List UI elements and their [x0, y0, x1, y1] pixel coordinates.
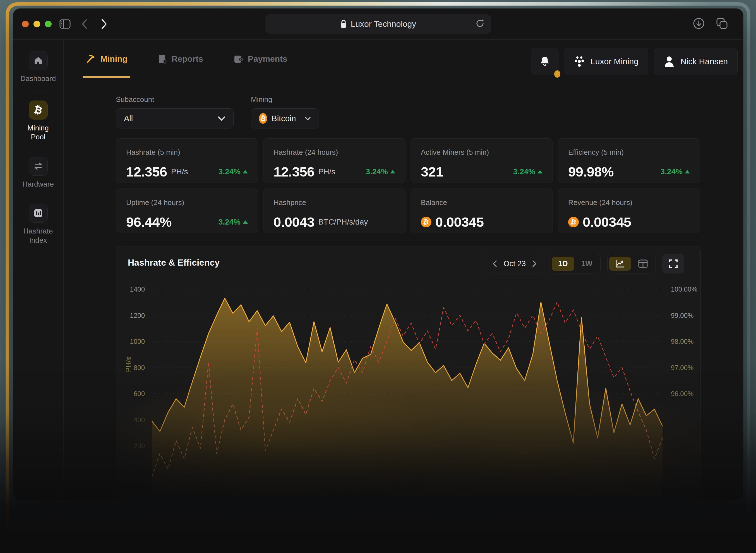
sidebar-item-hardware[interactable]: Hardware	[20, 157, 57, 189]
bitcoin-coin-icon: ₿	[421, 217, 432, 227]
user-menu-button[interactable]: Nick Hansen	[654, 48, 738, 75]
mining-value: Bitcoin	[272, 114, 296, 123]
stat-change: 3.24%	[218, 218, 248, 227]
tab-payments[interactable]: Payments	[234, 40, 287, 78]
stat-change: 3.24%	[366, 167, 395, 176]
sidebar-item-label: Dashboard	[20, 74, 57, 83]
refresh-icon	[475, 19, 485, 28]
range-toggle: 1D 1W	[550, 254, 600, 273]
address-bar[interactable]: Luxor Technology	[265, 14, 491, 34]
notification-dot	[554, 70, 560, 78]
right-axis-tick: 96.00%	[671, 390, 693, 397]
lock-icon	[340, 20, 347, 28]
bitcoin-icon: ₿	[29, 100, 48, 120]
reload-button[interactable]	[475, 19, 485, 29]
chevron-right-icon	[101, 19, 107, 29]
tab-mining[interactable]: Mining	[85, 40, 127, 78]
stat-unit: BTC/PH/s/day	[318, 218, 368, 227]
subaccount-label: Subaccount	[116, 95, 233, 104]
mining-select[interactable]: ₿ Bitcoin	[251, 108, 319, 129]
date-navigator: Oct 23	[486, 254, 543, 273]
left-axis-tick-faint: 200	[134, 442, 145, 450]
chevron-right-icon[interactable]	[532, 260, 537, 267]
notifications-button[interactable]	[531, 48, 558, 75]
stat-label: Uptime (24 hours)	[126, 198, 248, 207]
browser-toolbar: Luxor Technology	[13, 9, 743, 40]
tab-label: Mining	[100, 54, 127, 64]
user-name: Nick Hansen	[680, 57, 728, 66]
range-1w-button[interactable]: 1W	[575, 257, 599, 271]
wallet-icon	[234, 55, 243, 63]
document-icon	[158, 54, 167, 64]
right-axis-tick: 98.00%	[671, 338, 693, 345]
sidebar-item-label: Hardware	[20, 179, 57, 189]
stat-card-hashrate-5min: Hashrate (5 min) 12.356 PH/s 3.24%	[116, 138, 258, 183]
stat-value: 0.00345	[435, 214, 484, 230]
trend-up-icon	[390, 170, 395, 173]
subaccount-select[interactable]: All	[116, 108, 233, 129]
hashrate-area	[152, 298, 663, 500]
sidebar-toggle-button[interactable]	[59, 18, 71, 30]
chevron-left-icon[interactable]	[492, 260, 497, 267]
view-toggle	[607, 254, 656, 273]
left-axis-tick: 1400	[130, 286, 145, 293]
chevron-left-icon	[81, 19, 88, 29]
top-nav: Mining Reports	[64, 40, 743, 78]
tab-reports[interactable]: Reports	[158, 40, 203, 78]
trend-up-icon	[243, 220, 248, 224]
trend-up-icon	[685, 170, 690, 173]
stat-label: Hashrate (5 min)	[126, 148, 248, 157]
right-axis-tick: 100.00%	[671, 286, 697, 293]
subaccount-value: All	[124, 114, 133, 123]
chart-title: Hashrate & Efficiency	[128, 257, 220, 268]
left-axis-tick-faint: 400	[134, 416, 145, 424]
right-axis-tick: 97.00%	[671, 364, 693, 372]
back-button[interactable]	[78, 18, 91, 30]
downloads-button[interactable]	[693, 18, 704, 30]
sidebar-item-dashboard[interactable]: Dashboard	[20, 51, 57, 83]
stat-card-efficiency: Efficiency (5 min) 99.98% 3.24%	[558, 138, 700, 183]
stat-change: 3.24%	[661, 167, 690, 176]
minimize-window-button[interactable]	[33, 21, 40, 27]
fullscreen-button[interactable]	[663, 254, 684, 273]
stat-unit: PH/s	[318, 167, 336, 176]
forward-button[interactable]	[98, 18, 110, 30]
left-axis-title: PH/s	[124, 357, 132, 372]
pickaxe-icon	[85, 54, 95, 64]
left-axis-tick: 600	[134, 390, 145, 397]
copy-tabs-icon	[716, 17, 728, 29]
range-1d-button[interactable]: 1D	[552, 257, 574, 271]
org-switcher-button[interactable]: Luxor Mining	[564, 48, 648, 75]
main-content: Mining Reports	[64, 40, 743, 500]
sidebar-item-label: Mining Pool	[20, 124, 57, 142]
app-sidebar: Dashboard ₿ Mining Pool Hardware	[13, 40, 64, 500]
stat-change: 3.24%	[513, 167, 543, 176]
stat-value: 99.98%	[568, 164, 614, 179]
download-icon	[693, 18, 704, 29]
table-view-button[interactable]	[632, 257, 654, 270]
stat-label: Revenue (24 hours)	[568, 198, 690, 207]
tab-label: Reports	[172, 54, 203, 64]
hashrate-efficiency-panel: Hashrate & Efficiency Oct 23 1D 1W	[116, 246, 701, 500]
chart-view-button[interactable]	[609, 257, 631, 270]
left-axis-tick: 1200	[130, 312, 145, 319]
subaccount-filter: Subaccount All	[116, 95, 233, 129]
stat-card-uptime: Uptime (24 hours) 96.44% 3.24%	[116, 188, 258, 233]
chevron-down-icon	[218, 116, 225, 121]
stat-value: 0.00345	[583, 214, 631, 230]
user-icon	[664, 56, 675, 67]
sidebar-item-mining-pool[interactable]: ₿ Mining Pool	[20, 100, 57, 142]
left-axis-tick: 1000	[130, 338, 145, 345]
stat-value: 12.356	[274, 164, 314, 179]
tab-label: Payments	[248, 54, 287, 64]
bar-chart-icon	[29, 204, 48, 223]
stat-value: 96.44%	[126, 214, 172, 230]
stat-change: 3.24%	[218, 167, 248, 176]
chevron-down-icon	[305, 116, 311, 121]
close-window-button[interactable]	[22, 21, 29, 27]
line-chart-icon	[616, 259, 625, 268]
sidebar-item-hashrate-index[interactable]: Hashrate Index	[20, 204, 57, 245]
bell-icon	[540, 56, 550, 67]
tabs-overview-button[interactable]	[716, 17, 728, 31]
zoom-window-button[interactable]	[45, 21, 52, 27]
